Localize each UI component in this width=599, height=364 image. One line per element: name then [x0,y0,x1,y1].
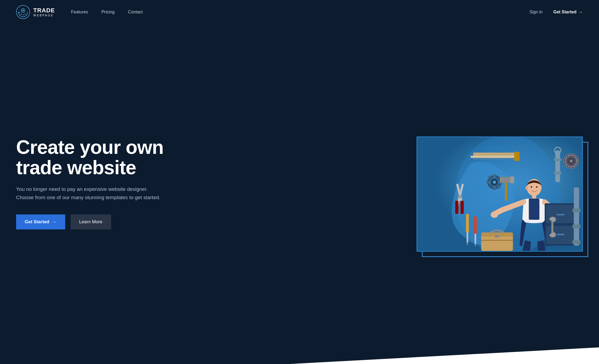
svg-point-13 [458,195,462,198]
svg-rect-66 [495,235,499,238]
svg-point-2 [22,10,24,11]
svg-point-4 [23,14,24,15]
svg-rect-9 [473,153,516,156]
hero-title-line1: Create your own [16,136,163,158]
svg-point-48 [491,211,498,218]
svg-point-24 [493,181,496,184]
hero-btn-arrow: → [52,219,57,225]
logo-text: TRADE WEBPAGE [33,7,55,17]
svg-rect-15 [461,201,464,214]
svg-point-3 [21,14,22,15]
logo-icon [16,5,30,19]
svg-rect-32 [474,234,476,244]
svg-rect-31 [474,217,477,234]
hero-get-started-button[interactable]: Get Started → [16,214,65,229]
svg-rect-33 [475,244,476,246]
svg-point-40 [570,160,572,162]
svg-rect-28 [466,214,469,232]
nav-right: Sign in Get Started → [529,9,583,15]
hero-buttons: Get Started → Learn More [16,214,317,229]
nav-get-started-button[interactable]: Get Started → [553,9,583,15]
hero-illustration [417,136,583,252]
logo-brand-name: TRADE [33,7,55,14]
hero-title: Create your own trade website [16,137,317,178]
logo-brand-sub: WEBPAGE [33,14,55,17]
svg-point-5 [24,14,25,15]
nav-pricing[interactable]: Pricing [101,10,115,14]
svg-rect-57 [574,187,579,246]
svg-rect-14 [455,201,458,214]
svg-rect-55 [557,214,565,216]
hero-content: Create your own trade website You no lon… [16,137,328,251]
sign-in-link[interactable]: Sign in [529,10,543,14]
svg-rect-27 [510,176,514,183]
hero-subtitle: You no longer need to pay an expensive w… [16,185,161,202]
svg-rect-65 [481,240,513,241]
hero-illustration-area [328,136,583,252]
svg-rect-59 [572,224,580,228]
nav-get-started-arrow: → [578,9,583,15]
svg-rect-47 [529,199,539,220]
svg-rect-19 [493,186,496,190]
hero-section: Create your own trade website You no lon… [0,24,599,348]
svg-rect-36 [554,172,561,174]
svg-rect-10 [514,152,520,161]
svg-rect-58 [572,209,580,212]
svg-rect-25 [505,180,507,201]
svg-rect-29 [467,232,468,243]
diagonal-divider [0,347,599,364]
nav-features[interactable]: Features [71,10,88,14]
svg-rect-34 [555,150,560,182]
nav-contact[interactable]: Contact [128,10,143,14]
svg-rect-30 [467,242,468,245]
svg-point-45 [525,186,528,190]
navbar: TRADE WEBPAGE Features Pricing Contact S… [0,0,599,24]
svg-rect-8 [471,156,518,158]
svg-point-44 [536,186,538,188]
svg-point-43 [531,186,532,188]
svg-rect-18 [493,174,496,178]
nav-links: Features Pricing Contact [71,10,529,14]
hero-title-line2: trade website [16,157,136,178]
svg-rect-20 [487,181,490,184]
hero-learn-more-button[interactable]: Learn More [71,214,111,229]
svg-rect-56 [557,234,565,235]
svg-rect-60 [572,240,580,244]
logo-link[interactable]: TRADE WEBPAGE [16,5,55,19]
svg-rect-35 [554,158,561,161]
